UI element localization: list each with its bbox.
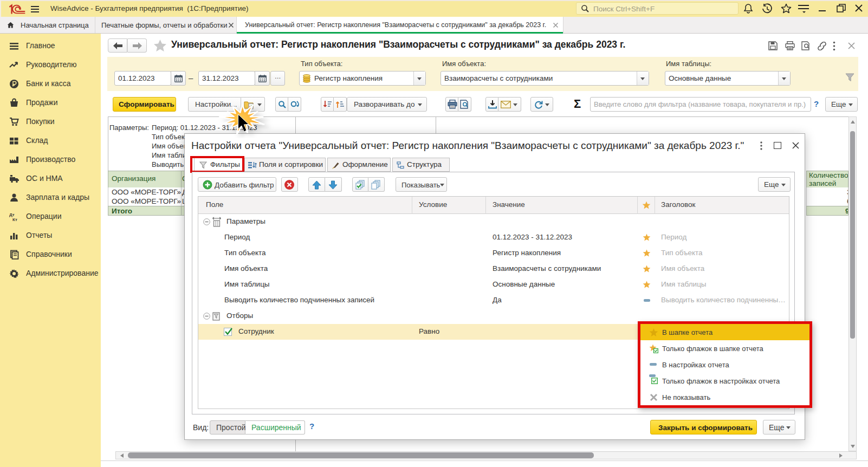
svg-text:Кт: Кт <box>12 217 17 222</box>
svg-text:Дт: Дт <box>9 212 15 217</box>
